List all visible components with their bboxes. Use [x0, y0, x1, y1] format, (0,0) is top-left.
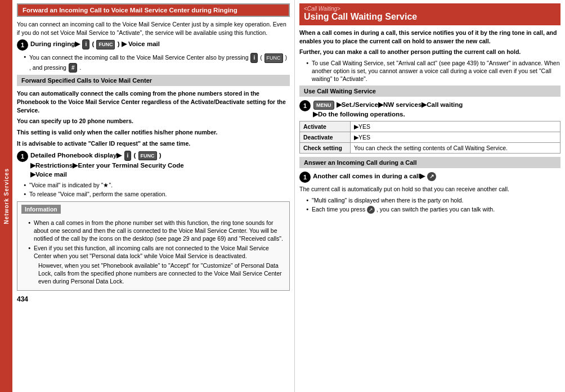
table-row: Deactivate▶YES: [300, 132, 560, 143]
call-icon-2: ↗: [367, 206, 375, 214]
step1-content: During ringing▶ i ( FUNC ) ▶ Voice mail: [30, 39, 160, 49]
table-label: Deactivate: [300, 132, 351, 143]
step1-sub-key2: #: [69, 63, 78, 73]
step2-line1: Detailed Phonebook display▶: [30, 152, 122, 159]
left-column: Forward an Incoming Call to Voice Mail S…: [12, 0, 295, 392]
menu-key: MENU: [313, 101, 334, 110]
answer-bullets: "Multi calling" is displayed when there …: [306, 196, 560, 214]
use-step1-number: 1: [299, 100, 311, 111]
step1-sub-paren-open: (: [260, 54, 262, 61]
step2-number: 1: [17, 151, 28, 162]
step2-content: Detailed Phonebook display▶ i ( FUNC ) ▶…: [30, 151, 184, 179]
sidebar-tab: Network Services: [0, 0, 12, 392]
use-step1-text: ▶Set./Service▶NW services▶Call waiting: [337, 101, 463, 108]
answer-step1-body: The current call is automatically put on…: [299, 185, 560, 193]
right-body1: When a call comes in during a call, this…: [299, 29, 560, 45]
section2-header: Forward Specified Calls to Voice Mail Ce…: [17, 75, 290, 86]
right-title: Using Call Waiting Service: [304, 12, 556, 22]
service-table: Activate▶YESDeactivate▶YESCheck settingY…: [299, 121, 560, 154]
right-bullet1: To use Call Waiting Service, set "Arriva…: [306, 59, 560, 83]
table-label: Activate: [300, 121, 351, 132]
section2-body2: You can specify up to 20 phone numbers.: [17, 117, 290, 125]
answer-bullet2: Each time you press ↗ , you can switch t…: [306, 205, 560, 214]
table-row: Check settingYou can check the setting c…: [300, 143, 560, 154]
use-step1-row: 1 MENU ▶Set./Service▶NW services▶Call wa…: [299, 100, 560, 119]
right-header-block: <Call Waiting> Using Call Waiting Servic…: [299, 3, 560, 25]
answer-bullet1: "Multi calling" is displayed when there …: [306, 196, 560, 204]
answer-bullet2-text: Each time you press: [312, 206, 365, 213]
table-row: Activate▶YES: [300, 121, 560, 132]
answer-step1-number: 1: [299, 172, 311, 183]
main-content: Forward an Incoming Call to Voice Mail S…: [12, 0, 565, 392]
step2-row: 1 Detailed Phonebook display▶ i ( FUNC )…: [17, 151, 290, 179]
step2-bullets: "Voice mail" is indicated by "★". To rel…: [24, 181, 290, 198]
table-label: Check setting: [300, 143, 351, 154]
answer-header: Answer an Incoming Call during a Call: [299, 157, 560, 168]
section2-body3: This setting is valid only when the call…: [17, 128, 290, 137]
section2-body1: You can automatically connect the calls …: [17, 89, 290, 114]
answer-step1-text: Another call comes in during a call▶: [313, 173, 425, 179]
step2-paren-close: ): [159, 152, 162, 159]
right-column: <Call Waiting> Using Call Waiting Servic…: [295, 0, 565, 392]
step2-line2: ▶Restrictions▶Enter your Terminal Securi…: [30, 162, 184, 169]
step1-arrow: ▶: [122, 40, 127, 47]
step2-note1: "Voice mail" is indicated by "★".: [24, 181, 290, 189]
step1-number: 1: [17, 39, 28, 51]
answer-step1-row: 1 Another call comes in during a call▶ ↗: [299, 172, 560, 183]
step1-bullet1: You can connect the incoming call to the…: [24, 53, 290, 73]
step2-line3: ▶Voice mail: [30, 171, 67, 178]
step1-key-i: i: [82, 39, 89, 49]
step1-paren-close: ): [118, 40, 120, 47]
step2-paren-open: (: [134, 152, 136, 159]
section1-body: You can connect an incoming call to the …: [17, 20, 290, 37]
use-step1-content: MENU ▶Set./Service▶NW services▶Call wait…: [313, 100, 463, 119]
info-bullet1: When a call comes in from the phone numb…: [28, 219, 285, 243]
table-value: ▶YES: [351, 132, 560, 143]
call-icon: ↗: [427, 172, 436, 181]
step1-during-ringing: During ringing▶: [30, 40, 80, 47]
info-box-header: Information: [21, 205, 61, 214]
section1-header: Forward an Incoming Call to Voice Mail S…: [17, 3, 290, 17]
answer-step1-content: Another call comes in during a call▶ ↗: [313, 172, 436, 181]
step1-sub-text: You can connect the incoming call to the…: [29, 54, 249, 61]
info-bullet2: Even if you set this function, all incom…: [28, 244, 285, 286]
step1-sub-key-i: i: [250, 53, 258, 63]
answer-bullet2-end: , you can switch the parties you can tal…: [376, 206, 495, 213]
step1-row: 1 During ringing▶ i ( FUNC ) ▶ Voice mai…: [17, 39, 290, 51]
info-bullet2b-text: However, when you set "Phonebook availab…: [34, 262, 285, 286]
step1-bullets: You can connect the incoming call to the…: [24, 53, 290, 73]
step1-sub-func: FUNC: [264, 53, 283, 62]
use-call-waiting-header: Use Call Waiting Service: [299, 85, 560, 97]
step2-note2: To release "Voice mail", perform the sam…: [24, 190, 290, 198]
sidebar-label: Network Services: [3, 168, 10, 224]
use-step1-text2: ▶Do the following operations.: [313, 111, 405, 118]
step1-sub-period: .: [79, 64, 81, 71]
page-number: 434: [17, 295, 290, 303]
step1-func: FUNC: [96, 40, 115, 49]
step1-voice-mail: Voice mail: [128, 40, 160, 47]
call-waiting-tag: <Call Waiting>: [304, 6, 556, 12]
step1-sub-and: , and pressing: [29, 64, 66, 71]
right-bullets1: To use Call Waiting Service, set "Arriva…: [306, 59, 560, 83]
table-value: ▶YES: [351, 121, 560, 132]
table-value: You can check the setting contents of Ca…: [351, 143, 560, 154]
info-box: Information When a call comes in from th…: [17, 201, 290, 291]
step1-paren-open: (: [92, 40, 94, 47]
info-bullet2-text: Even if you set this function, all incom…: [34, 245, 269, 259]
step2-key-i: i: [124, 151, 132, 161]
step1-sub-paren-close: ): [285, 54, 287, 61]
step2-func: FUNC: [138, 151, 157, 161]
info-bullets: When a call comes in from the phone numb…: [28, 219, 285, 285]
right-body2: Further, you can make a call to another …: [299, 48, 560, 56]
section2-body4: It is advisable to activate "Caller ID r…: [17, 139, 290, 148]
